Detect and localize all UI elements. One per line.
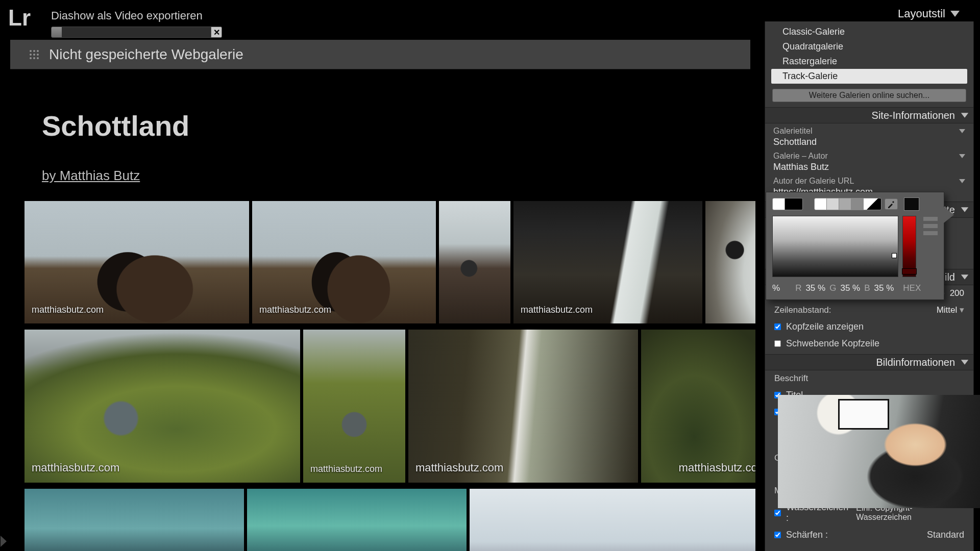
- watermark-text: matthiasbutz.com: [415, 461, 503, 474]
- swatch-white[interactable]: [773, 198, 785, 210]
- hue-thumb-icon[interactable]: [902, 268, 917, 274]
- checkbox-label: Schärfen :: [786, 530, 828, 540]
- layoutstil-item-quadrat[interactable]: Quadratgalerie: [771, 39, 967, 54]
- export-progress-fill: [52, 27, 62, 37]
- checkbox-schwebende-kopfzeile[interactable]: Schwebende Kopfzeile: [774, 338, 964, 349]
- thumbnail[interactable]: [705, 201, 755, 323]
- channel-b-value[interactable]: 35 %: [874, 283, 894, 293]
- picker-menu-icon[interactable]: [923, 217, 938, 277]
- thumbnail[interactable]: matthiasbutz.com: [24, 330, 300, 483]
- thumbnail[interactable]: matthiasbutz.com: [408, 330, 638, 483]
- web-gallery-preview: Schottland by Matthias Butz matthiasbutz…: [20, 80, 740, 551]
- export-task-label: Diashow als Video exportieren: [51, 9, 203, 22]
- galerietitel-value[interactable]: Schottland: [773, 137, 965, 147]
- swatch[interactable]: [851, 198, 864, 210]
- chevron-down-icon[interactable]: [959, 179, 965, 183]
- chevron-down-icon: [961, 274, 968, 280]
- field-label-text: Galerie – Autor: [773, 152, 828, 161]
- thumbnail[interactable]: [247, 489, 467, 551]
- checkbox-input[interactable]: [774, 532, 781, 538]
- svg-point-2: [33, 50, 35, 52]
- channel-g-value[interactable]: 35 %: [840, 283, 860, 293]
- svg-point-4: [30, 54, 32, 56]
- color-swatch-row: [772, 197, 938, 211]
- checkbox-input[interactable]: [774, 323, 781, 330]
- thumbnail[interactable]: [470, 489, 755, 551]
- color-gradient-area: [772, 216, 938, 277]
- checkbox-kopfzeile-anzeigen[interactable]: Kopfzeile anzeigen: [774, 321, 964, 332]
- section-title-text: Bildinformationen: [876, 357, 955, 368]
- watermark-text: matthiasbutz.com: [310, 464, 382, 474]
- checkbox-label: Kopfzeile anzeigen: [786, 321, 864, 332]
- saturation-lightness-box[interactable]: [772, 216, 898, 277]
- swatch-split[interactable]: [864, 198, 881, 210]
- gallery-subheader-title: Nicht gespeicherte Webgalerie: [49, 46, 243, 63]
- main-column: Nicht gespeicherte Webgalerie Schottland…: [10, 40, 750, 551]
- layoutstil-item-raster[interactable]: Rastergalerie: [771, 54, 967, 69]
- presenter-webcam-overlay: [778, 395, 980, 508]
- thumbnail[interactable]: [439, 201, 510, 323]
- channel-r-label: R: [795, 283, 801, 293]
- swatch-group-bw: [772, 198, 803, 210]
- thumbnail[interactable]: [24, 489, 244, 551]
- layoutstil-item-classic[interactable]: Classic-Galerie: [771, 24, 967, 39]
- current-color-swatch[interactable]: [904, 197, 919, 211]
- chevron-down-icon[interactable]: [959, 154, 965, 158]
- thumbnail[interactable]: matthiasbutz.com: [24, 201, 249, 323]
- thumb-row-1: matthiasbutz.com matthiasbutz.com matthi…: [20, 201, 755, 323]
- layoutstil-list: Classic-Galerie Quadratgalerie Rastergal…: [771, 24, 967, 84]
- svg-point-8: [33, 57, 35, 59]
- field-label-text: Galerietitel: [773, 127, 812, 136]
- layoutstil-panel-label[interactable]: Layoutstil: [898, 7, 960, 20]
- svg-point-9: [37, 57, 39, 59]
- thumbnail[interactable]: matthiasbutz.com: [252, 201, 436, 323]
- checkbox-input[interactable]: [774, 340, 781, 347]
- layoutstil-item-track[interactable]: Track-Galerie: [771, 69, 967, 84]
- galerie-autor-value[interactable]: Matthias Butz: [773, 162, 965, 172]
- drag-grip-icon[interactable]: [29, 49, 40, 60]
- gradient-cursor-icon[interactable]: [892, 253, 897, 258]
- swatch[interactable]: [815, 198, 827, 210]
- watermark-text: matthiasbutz.com: [521, 305, 593, 315]
- channel-g-label: G: [829, 283, 836, 293]
- gallery-subheader: Nicht gespeicherte Webgalerie: [10, 40, 750, 69]
- wall-picture-icon: [838, 399, 889, 430]
- schaerfen-value[interactable]: Standard: [927, 530, 964, 540]
- zeilenabstand-value[interactable]: Mittel ▾: [937, 305, 964, 315]
- swatch-black[interactable]: [785, 198, 802, 210]
- section-title-text: Site-Informationen: [872, 110, 955, 121]
- export-cancel-button[interactable]: ✕: [211, 27, 222, 38]
- svg-point-5: [33, 54, 35, 56]
- checkbox-label: Schwebende Kopfzeile: [786, 338, 879, 349]
- channel-r-value[interactable]: 35 %: [805, 283, 825, 293]
- svg-text:Lr: Lr: [8, 5, 31, 30]
- checkbox-input[interactable]: [774, 510, 781, 516]
- chevron-down-icon: [961, 113, 968, 118]
- color-readout-row: % R 35 % G 35 % B 35 % HEX: [772, 283, 938, 293]
- thumbnail[interactable]: matthiasbutz.com: [513, 201, 702, 323]
- field-galerie-autor: Galerie – Autor Matthias Butz: [773, 152, 965, 172]
- svg-point-1: [30, 50, 32, 52]
- find-galleries-online-button[interactable]: Weitere Galerien online suchen...: [772, 89, 966, 102]
- readout-leading-pct: %: [772, 283, 780, 293]
- filmstrip-toggle-icon[interactable]: [0, 535, 10, 548]
- section-head-site-info[interactable]: Site-Informationen: [765, 107, 973, 123]
- svg-marker-10: [1, 536, 7, 547]
- thumbnail[interactable]: matthiasbutz.com: [303, 330, 405, 483]
- section-head-bildinformationen[interactable]: Bildinformationen: [765, 354, 973, 370]
- thumb-row-3: [20, 489, 755, 551]
- eyedropper-icon[interactable]: [885, 198, 898, 210]
- chevron-down-icon[interactable]: [959, 129, 965, 133]
- row-zeilenabstand: Zeilenabstand: Mittel ▾: [774, 305, 964, 315]
- row-schaerfen[interactable]: Schärfen : Standard: [774, 530, 964, 540]
- hue-slider[interactable]: [902, 216, 916, 277]
- app-logo: Lr: [7, 4, 43, 33]
- thumbnail[interactable]: matthiasbutz.com: [641, 330, 755, 483]
- swatch[interactable]: [827, 198, 839, 210]
- gallery-author-line[interactable]: by Matthias Butz: [42, 168, 740, 184]
- svg-point-7: [30, 57, 32, 59]
- chevron-down-icon: [961, 207, 968, 212]
- color-picker-popover[interactable]: % R 35 % G 35 % B 35 % HEX: [766, 192, 944, 300]
- swatch[interactable]: [839, 198, 851, 210]
- gallery-title: Schottland: [42, 109, 740, 142]
